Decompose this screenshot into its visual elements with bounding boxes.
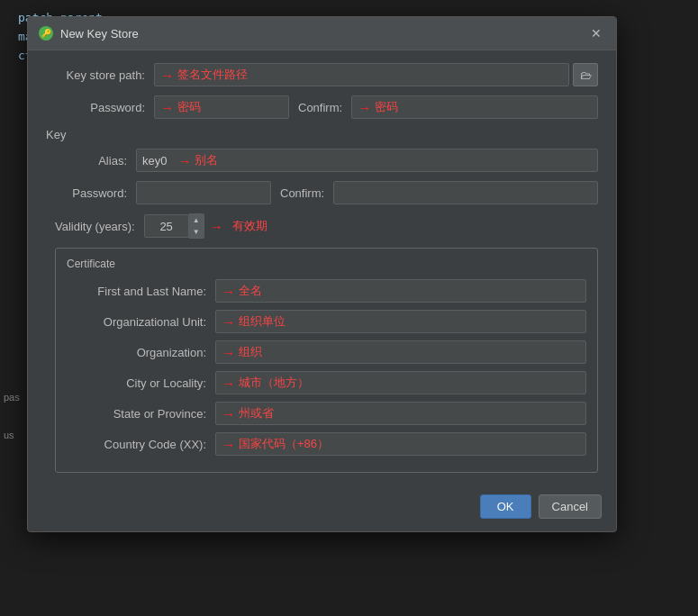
side-label-us: us — [4, 430, 28, 440]
keystore-path-row: Key store path: → 签名文件路径 🗁 — [46, 63, 598, 86]
cert-label-4: State or Province: — [67, 407, 206, 421]
confirm-input[interactable]: → 密码 — [351, 95, 598, 119]
validity-row: Validity (years): ▲ ▼ → 有效期 — [55, 213, 598, 239]
keystore-label: Key store path: — [46, 68, 145, 82]
validity-input[interactable] — [144, 214, 189, 238]
alias-placeholder: 别名 — [195, 152, 218, 168]
confirm-label: Confirm: — [298, 101, 342, 114]
dialog-titlebar: 🔑 New Key Store ✕ — [28, 17, 616, 50]
key-password-label: Password: — [55, 186, 127, 200]
cert-input-3[interactable]: → 城市（地方） — [215, 371, 586, 394]
cert-arrow-3: → — [222, 376, 235, 391]
alias-value-static: key0 — [142, 154, 167, 168]
validity-text: 有效期 — [232, 218, 267, 234]
cert-arrow-1: → — [222, 314, 235, 330]
key-section-label: Key — [46, 128, 598, 141]
cert-value-4: 州或省 — [239, 405, 274, 421]
cert-row-1: Organizational Unit: → 组织单位 — [67, 310, 586, 333]
cert-row-2: Organization: → 组织 — [67, 340, 586, 364]
cert-value-2: 组织 — [239, 344, 262, 360]
keystore-value: 签名文件路径 — [177, 67, 248, 83]
certificate-title: Certificate — [67, 258, 586, 270]
cert-input-4[interactable]: → 州或省 — [215, 402, 586, 425]
cert-arrow-2: → — [222, 345, 235, 360]
cert-value-3: 城市（地方） — [239, 375, 309, 391]
cert-label-5: Country Code (XX): — [67, 438, 206, 451]
cert-input-0[interactable]: → 全名 — [215, 279, 586, 303]
key-confirm-label: Confirm: — [280, 186, 324, 200]
cert-input-1[interactable]: → 组织单位 — [215, 310, 586, 333]
spinner-buttons: ▲ ▼ — [189, 213, 204, 239]
password-value: 密码 — [177, 99, 201, 115]
alias-input[interactable]: key0 → 别名 — [136, 149, 598, 172]
key-icon: 🔑 — [39, 26, 53, 41]
password-row: Password: → 密码 Confirm: → 密码 — [46, 95, 598, 119]
alias-arrow: → — [177, 153, 191, 168]
cert-value-5: 国家代码（+86） — [239, 436, 329, 452]
close-button[interactable]: ✕ — [587, 24, 605, 42]
cert-arrow-4: → — [222, 406, 235, 421]
keystore-browse-button[interactable]: 🗁 — [573, 63, 598, 86]
dialog-body: Key store path: → 签名文件路径 🗁 Password: → 密… — [28, 50, 616, 485]
validity-arrow: → — [210, 219, 223, 234]
key-confirm-input[interactable] — [333, 181, 598, 204]
cert-label-3: City or Locality: — [67, 376, 206, 390]
cert-label-0: First and Last Name: — [67, 285, 206, 298]
validity-label: Validity (years): — [55, 220, 135, 233]
cert-label-1: Organizational Unit: — [67, 315, 206, 329]
key-password-row: Password: Confirm: — [55, 181, 598, 204]
cert-value-1: 组织单位 — [239, 313, 286, 330]
cert-row-4: State or Province: → 州或省 — [67, 402, 586, 425]
cert-row-3: City or Locality: → 城市（地方） — [67, 371, 586, 394]
ok-button[interactable]: OK — [480, 494, 531, 519]
confirm-arrow: → — [358, 100, 371, 115]
password-label: Password: — [46, 101, 145, 114]
dialog-new-key-store: 🔑 New Key Store ✕ Key store path: → 签名文件… — [27, 16, 617, 532]
confirm-value: 密码 — [375, 99, 398, 115]
cert-input-5[interactable]: → 国家代码（+86） — [215, 432, 586, 456]
password-input[interactable]: → 密码 — [154, 95, 289, 119]
cert-arrow-0: → — [222, 284, 235, 299]
keystore-input-wrap: → 签名文件路径 🗁 — [154, 63, 598, 86]
side-label-pas: pas — [4, 392, 28, 403]
cert-arrow-5: → — [222, 437, 235, 452]
certificate-section: Certificate First and Last Name: → 全名 Or… — [55, 248, 598, 473]
cert-value-0: 全名 — [239, 283, 262, 299]
cert-row-0: First and Last Name: → 全名 — [67, 279, 586, 303]
spinner-up-button[interactable]: ▲ — [189, 214, 204, 226]
cert-input-2[interactable]: → 组织 — [215, 340, 586, 364]
key-subsection: Alias: key0 → 别名 Password: Confirm: Vali… — [46, 149, 598, 473]
spinner-down-button[interactable]: ▼ — [189, 226, 204, 238]
password-arrow: → — [160, 100, 174, 115]
alias-row: Alias: key0 → 别名 — [55, 149, 598, 172]
validity-spinner: ▲ ▼ — [144, 213, 204, 239]
keystore-arrow: → — [160, 68, 174, 83]
dialog-title-left: 🔑 New Key Store — [39, 26, 139, 41]
keystore-input[interactable]: → 签名文件路径 — [154, 63, 569, 86]
dialog-title: New Key Store — [60, 27, 139, 41]
cert-row-5: Country Code (XX): → 国家代码（+86） — [67, 432, 586, 456]
cancel-button[interactable]: Cancel — [539, 494, 602, 519]
key-password-input[interactable] — [136, 181, 271, 204]
alias-label: Alias: — [55, 154, 127, 168]
dialog-footer: OK Cancel — [28, 485, 616, 531]
cert-label-2: Organization: — [67, 346, 206, 359]
